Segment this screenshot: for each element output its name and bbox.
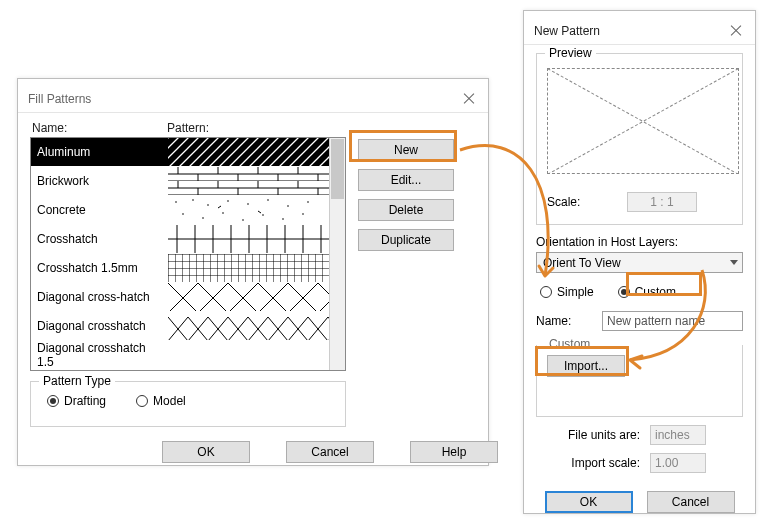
scrollbar-thumb[interactable] bbox=[331, 139, 344, 199]
fill-patterns-title: Fill Patterns bbox=[28, 92, 91, 106]
svg-rect-21 bbox=[168, 225, 329, 253]
new-button[interactable]: New bbox=[358, 139, 454, 161]
list-item[interactable]: Concrete bbox=[31, 196, 345, 225]
ok-button[interactable]: OK bbox=[162, 441, 250, 463]
import-button[interactable]: Import... bbox=[547, 355, 625, 377]
new-pattern-dialog: New Pattern Preview Scale: 1 : 1 Orienta… bbox=[523, 10, 756, 514]
ok-button[interactable]: OK bbox=[545, 491, 633, 513]
list-item[interactable]: Brickwork bbox=[31, 167, 345, 196]
svg-point-6 bbox=[192, 199, 194, 201]
chevron-down-icon bbox=[730, 260, 738, 265]
svg-point-10 bbox=[267, 199, 269, 201]
new-pattern-titlebar: New Pattern bbox=[524, 11, 755, 45]
file-units-label: File units are: bbox=[536, 428, 640, 442]
pattern-name: Aluminum bbox=[31, 138, 168, 166]
pattern-header: Pattern: bbox=[167, 121, 209, 135]
import-scale-label: Import scale: bbox=[536, 456, 640, 470]
svg-rect-4 bbox=[168, 196, 329, 224]
pattern-name: Concrete bbox=[31, 196, 168, 224]
svg-point-13 bbox=[182, 213, 184, 215]
svg-point-11 bbox=[287, 205, 289, 207]
pattern-name: Diagonal crosshatch bbox=[31, 312, 168, 340]
pattern-name: Diagonal cross-hatch bbox=[31, 283, 168, 311]
pattern-type-group: Pattern Type Drafting Model bbox=[30, 381, 346, 427]
svg-point-15 bbox=[222, 212, 224, 214]
svg-point-16 bbox=[242, 219, 244, 221]
orientation-label: Orientation in Host Layers: bbox=[536, 235, 743, 249]
svg-point-12 bbox=[307, 201, 309, 203]
svg-point-9 bbox=[247, 203, 249, 205]
name-field[interactable]: New pattern name bbox=[602, 311, 743, 331]
list-item[interactable]: Aluminum bbox=[31, 138, 345, 167]
pattern-name: Crosshatch bbox=[31, 225, 168, 253]
pattern-swatch bbox=[168, 138, 329, 166]
svg-rect-3 bbox=[168, 167, 329, 195]
svg-point-8 bbox=[227, 200, 229, 202]
fill-patterns-dialog: Fill Patterns Name: Pattern: Aluminum Br… bbox=[17, 78, 489, 466]
pattern-swatch bbox=[168, 225, 329, 253]
orientation-select[interactable]: Orient To View bbox=[536, 252, 743, 273]
svg-rect-1 bbox=[168, 138, 329, 166]
fill-patterns-titlebar: Fill Patterns bbox=[18, 79, 488, 113]
pattern-swatch bbox=[168, 283, 329, 311]
help-button[interactable]: Help bbox=[410, 441, 498, 463]
svg-rect-25 bbox=[168, 283, 329, 311]
custom-legend: Custom bbox=[545, 337, 594, 351]
list-item[interactable]: Diagonal crosshatch 1.5 bbox=[31, 341, 345, 370]
svg-rect-27 bbox=[168, 312, 329, 340]
cancel-button[interactable]: Cancel bbox=[647, 491, 735, 513]
pattern-name: Brickwork bbox=[31, 167, 168, 195]
new-pattern-title: New Pattern bbox=[534, 24, 600, 38]
name-header: Name: bbox=[30, 121, 167, 135]
pattern-type-legend: Pattern Type bbox=[39, 374, 115, 388]
svg-point-17 bbox=[262, 214, 264, 216]
scale-label: Scale: bbox=[547, 195, 617, 209]
pattern-name: Diagonal crosshatch 1.5 bbox=[31, 341, 168, 369]
preview-legend: Preview bbox=[545, 46, 596, 60]
close-icon[interactable] bbox=[727, 22, 745, 40]
close-icon[interactable] bbox=[460, 90, 478, 108]
drafting-radio[interactable]: Drafting bbox=[47, 394, 106, 408]
svg-point-18 bbox=[282, 218, 284, 220]
list-item[interactable]: Crosshatch bbox=[31, 225, 345, 254]
pattern-name: Crosshatch 1.5mm bbox=[31, 254, 168, 282]
pattern-list[interactable]: Aluminum Brickwork Concrete bbox=[30, 137, 346, 371]
preview-swatch bbox=[547, 68, 739, 174]
custom-radio[interactable]: Custom bbox=[618, 285, 676, 299]
preview-group: Preview Scale: 1 : 1 bbox=[536, 53, 743, 225]
scale-field: 1 : 1 bbox=[627, 192, 697, 212]
svg-rect-23 bbox=[168, 254, 329, 282]
list-item[interactable]: Diagonal cross-hatch bbox=[31, 283, 345, 312]
svg-point-7 bbox=[207, 204, 209, 206]
import-scale-field: 1.00 bbox=[650, 453, 706, 473]
delete-button[interactable]: Delete bbox=[358, 199, 454, 221]
svg-point-5 bbox=[175, 201, 177, 203]
edit-button[interactable]: Edit... bbox=[358, 169, 454, 191]
svg-point-19 bbox=[302, 213, 304, 215]
name-label: Name: bbox=[536, 314, 592, 328]
custom-group: Custom Import... bbox=[536, 345, 743, 417]
pattern-swatch bbox=[168, 254, 329, 282]
simple-radio[interactable]: Simple bbox=[540, 285, 594, 299]
model-radio[interactable]: Model bbox=[136, 394, 186, 408]
list-item[interactable]: Crosshatch 1.5mm bbox=[31, 254, 345, 283]
scrollbar[interactable] bbox=[329, 138, 345, 370]
pattern-swatch bbox=[168, 312, 329, 340]
pattern-swatch bbox=[168, 341, 329, 369]
orientation-value: Orient To View bbox=[543, 256, 621, 270]
cancel-button[interactable]: Cancel bbox=[286, 441, 374, 463]
pattern-swatch bbox=[168, 167, 329, 195]
duplicate-button[interactable]: Duplicate bbox=[358, 229, 454, 251]
pattern-swatch bbox=[168, 196, 329, 224]
list-item[interactable]: Diagonal crosshatch bbox=[31, 312, 345, 341]
svg-point-14 bbox=[202, 217, 204, 219]
file-units-field: inches bbox=[650, 425, 706, 445]
